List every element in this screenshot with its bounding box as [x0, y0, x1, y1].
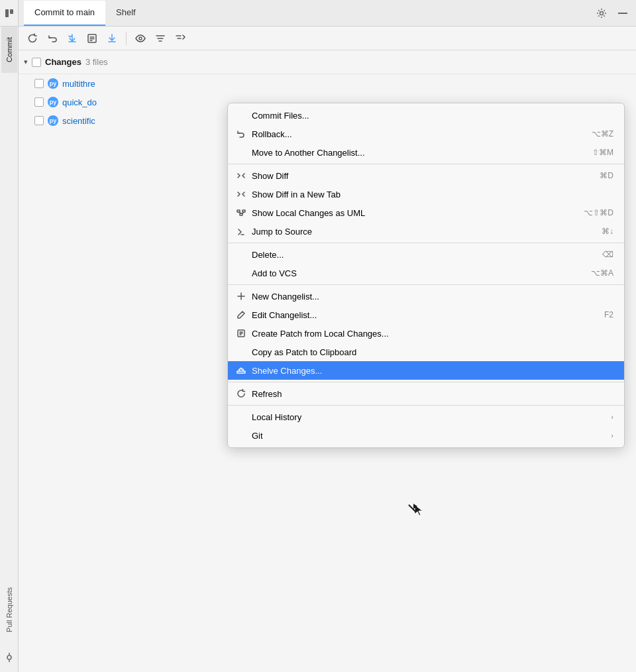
file-icon-1: py [48, 97, 58, 107]
changes-label: Changes [45, 57, 81, 67]
menu-item-delete[interactable]: Delete... ⌫ [228, 245, 624, 264]
expand-filter-button[interactable] [172, 30, 189, 47]
menu-sep-5 [228, 405, 624, 406]
commit-files-icon [236, 110, 246, 121]
eye-button[interactable] [132, 30, 149, 47]
context-menu: Commit Files... Rollback... ⌥⌘Z Move to … [227, 103, 625, 448]
svg-point-11 [139, 37, 142, 40]
mouse-cursor [413, 504, 424, 517]
menu-item-copy-patch[interactable]: Copy as Patch to Clipboard [228, 343, 624, 361]
menu-item-show-diff[interactable]: Show Diff ⌘D [228, 166, 624, 185]
vcs-update-button[interactable] [64, 30, 81, 47]
menu-sep-4 [228, 382, 624, 382]
menu-label-create-patch: Create Patch from Local Changes... [252, 329, 608, 339]
file-icon-2: py [48, 115, 58, 126]
menu-item-show-diff-new-tab[interactable]: Show Diff in a New Tab [228, 185, 624, 203]
svg-rect-0 [5, 9, 9, 17]
file-name-2: scientific [62, 116, 95, 126]
undo-button[interactable] [44, 30, 61, 47]
menu-item-jump-to-source[interactable]: Jump to Source ⌘↓ [228, 222, 624, 241]
menu-label-commit-files: Commit Files... [252, 111, 608, 121]
menu-item-show-uml[interactable]: Show Local Changes as UML ⌥⇧⌘D [228, 203, 624, 222]
menu-label-shelve-changes: Shelve Changes... [252, 366, 608, 376]
menu-label-new-changelist: New Changelist... [252, 292, 608, 302]
svg-point-5 [600, 11, 604, 15]
menu-label-refresh: Refresh [252, 389, 608, 399]
toolbar-sep-1 [126, 32, 127, 45]
svg-point-2 [7, 655, 11, 659]
menu-label-move-changelist: Move to Another Changelist... [252, 148, 587, 158]
file-name-0: multithre [62, 79, 95, 89]
sidebar-tab-project[interactable] [0, 0, 18, 27]
svg-line-20 [238, 212, 241, 213]
sidebar: Commit Pull Requests [0, 0, 19, 672]
menu-label-rollback: Rollback... [252, 129, 586, 139]
menu-label-local-history: Local History [252, 412, 606, 422]
rollback-icon [236, 129, 246, 139]
file-name-1: quick_do [62, 97, 97, 107]
delete-icon [236, 249, 246, 260]
local-history-arrow: › [611, 413, 613, 421]
local-history-icon [236, 412, 246, 422]
file-item-0[interactable]: py multithre [19, 74, 636, 93]
menu-label-edit-changelist: Edit Changelist... [252, 310, 599, 320]
menu-sep-2 [228, 243, 624, 243]
menu-item-commit-files[interactable]: Commit Files... [228, 106, 624, 125]
settings-button[interactable] [594, 5, 610, 21]
svg-rect-29 [237, 371, 245, 373]
tab-shelf[interactable]: Shelf [105, 1, 146, 26]
menu-item-add-to-vcs[interactable]: Add to VCS ⌥⌘A [228, 264, 624, 282]
menu-label-copy-patch: Copy as Patch to Clipboard [252, 347, 608, 357]
main-panel: Commit to main Shelf [19, 0, 636, 672]
menu-label-show-uml: Show Local Changes as UML [252, 208, 578, 218]
menu-sep-3 [228, 284, 624, 285]
new-changelist-icon [236, 291, 246, 302]
tab-commit-to-main[interactable]: Commit to main [24, 1, 105, 26]
menu-label-show-diff: Show Diff [252, 171, 594, 181]
sidebar-tab-pull-requests[interactable]: Pull Requests [1, 577, 17, 643]
changes-header: ▾ Changes 3 files [19, 50, 636, 74]
changes-collapse-chevron[interactable]: ▾ [24, 58, 28, 66]
menu-label-jump-to-source: Jump to Source [252, 227, 596, 237]
jump-to-source-icon [236, 226, 246, 237]
file-checkbox-2[interactable] [34, 116, 44, 125]
changes-count: 3 files [85, 57, 108, 67]
menu-label-delete: Delete... [252, 250, 597, 260]
menu-item-edit-changelist[interactable]: Edit Changelist... F2 [228, 306, 624, 324]
file-checkbox-0[interactable] [34, 79, 44, 88]
menu-label-show-diff-new-tab: Show Diff in a New Tab [252, 190, 608, 199]
annotate-button[interactable] [83, 30, 101, 47]
menu-item-rollback[interactable]: Rollback... ⌥⌘Z [228, 125, 624, 143]
menu-item-local-history[interactable]: Local History › [228, 408, 624, 426]
refresh-button[interactable] [24, 30, 41, 47]
menu-label-git: Git [252, 431, 606, 441]
menu-item-new-changelist[interactable]: New Changelist... [228, 287, 624, 306]
sidebar-bottom-icon[interactable] [0, 648, 19, 667]
menu-item-git[interactable]: Git › [228, 426, 624, 445]
menu-item-refresh[interactable]: Refresh [228, 384, 624, 403]
minimize-button[interactable] [615, 5, 631, 21]
changes-select-all-checkbox[interactable] [32, 58, 41, 67]
copy-patch-icon [236, 347, 246, 357]
show-diff-new-tab-icon [236, 189, 246, 199]
shelve-changes-icon [236, 365, 246, 376]
show-uml-icon [236, 207, 246, 218]
git-icon [236, 430, 246, 441]
download-button[interactable] [103, 30, 121, 47]
menu-sep-1 [228, 164, 624, 164]
file-checkbox-1[interactable] [34, 97, 44, 107]
sidebar-tab-commit[interactable]: Commit [1, 27, 17, 73]
show-diff-icon [236, 170, 246, 181]
tab-actions [594, 5, 631, 21]
menu-label-add-to-vcs: Add to VCS [252, 268, 586, 278]
svg-rect-1 [10, 9, 13, 14]
menu-item-shelve-changes[interactable]: Shelve Changes... [228, 361, 624, 380]
git-arrow: › [611, 431, 613, 439]
tab-bar: Commit to main Shelf [19, 0, 636, 27]
menu-item-create-patch[interactable]: Create Patch from Local Changes... [228, 324, 624, 343]
filter-button[interactable] [152, 30, 169, 47]
create-patch-icon [236, 328, 246, 339]
menu-item-move-changelist[interactable]: Move to Another Changelist... ⇧⌘M [228, 143, 624, 162]
toolbar [19, 27, 636, 50]
edit-changelist-icon [236, 309, 246, 320]
